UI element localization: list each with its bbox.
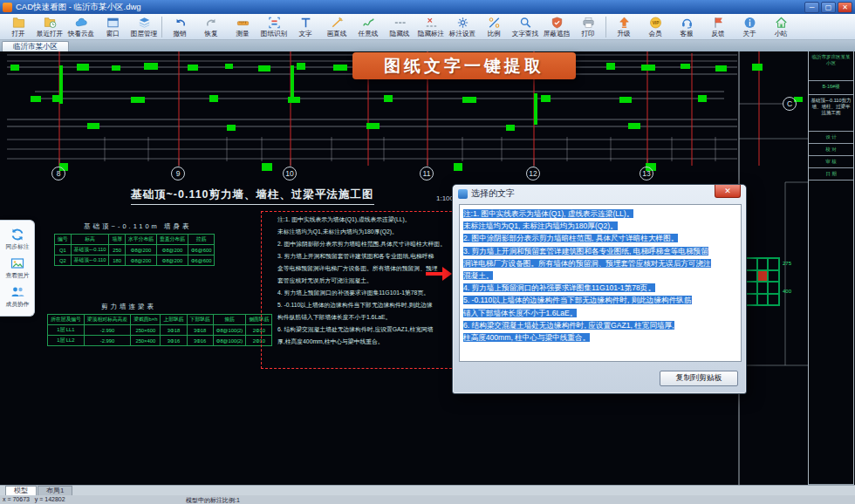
print-icon	[582, 17, 595, 30]
toolbar-recognize-button[interactable]: 图纸识别	[258, 15, 290, 39]
toolbar-scale-button[interactable]: 比例	[478, 15, 510, 39]
text-selection-box	[261, 211, 465, 369]
toolbar-recent-button[interactable]: 最近打开	[34, 15, 65, 39]
toolbar-print-button[interactable]: 打印	[572, 15, 604, 39]
table-cell: 3Φ18	[187, 325, 213, 336]
toolbar-button-label: 比例	[487, 30, 500, 37]
vip-icon: VIP	[649, 17, 662, 30]
toolbar-hidemark-button[interactable]: 隐藏标注	[415, 15, 447, 39]
table-header: 梁截面b×h	[131, 315, 161, 325]
toolbar-freeline-button[interactable]: 任意线	[352, 15, 384, 39]
selected-text-content[interactable]: 注:1. 图中实线表示为墙体(Q1), 虚线表示连梁(LL)。未标注墙均为Q1,…	[459, 204, 742, 362]
close-button[interactable]: ✕	[838, 2, 852, 13]
side-panel-photo-button[interactable]: 查看照片	[0, 254, 34, 283]
highlighted-column	[291, 65, 294, 100]
table-header: 墙厚	[109, 235, 126, 245]
highlighted-column	[462, 97, 476, 103]
selected-text-line: 未标注墙均为Q1, 未标注内墙均为180厚(Q2)。	[463, 221, 618, 230]
toolbar-station-button[interactable]: 小站	[765, 15, 797, 39]
highlighted-column	[454, 163, 462, 171]
layout-tab[interactable]: 布局1	[38, 486, 72, 495]
selected-text-line: 洞详电梯厂方设备图。所有墙体的预留洞、预埋套管应核对无误后方可浇注	[463, 259, 711, 268]
table-header: 箍筋	[213, 315, 246, 325]
highlighted-column	[144, 63, 158, 70]
selected-text-line: 注:1. 图中实线表示为墙体(Q1), 虚线表示连梁(LL)。	[463, 209, 633, 218]
titleblock-field: 日 期	[809, 168, 853, 180]
toolbar-line-button[interactable]: 画直线	[321, 15, 352, 39]
table-cell: Q1	[55, 245, 72, 255]
table-row: Q1基础顶~-0.110250Φ8@200Φ8@200Φ6@600	[55, 245, 215, 255]
photo-icon	[10, 256, 24, 270]
toolbar-window-button[interactable]: 窗口	[97, 15, 128, 39]
detail-table-cell	[757, 294, 769, 306]
toolbar-button-label: 画直线	[327, 30, 347, 37]
toolbar-open-button[interactable]: 打开	[3, 15, 34, 39]
table-cell: 1层 LL2	[48, 336, 85, 346]
line-icon	[331, 17, 344, 30]
toolbar-measure-button[interactable]: 测量	[227, 15, 258, 39]
table-cell: 250	[109, 245, 126, 255]
detail-table-cell	[768, 270, 779, 283]
detail-table-cell	[768, 294, 779, 306]
grid-bubble-c: C	[783, 97, 797, 111]
toolbar-button-label: 客服	[680, 30, 693, 37]
highlighted-column	[10, 65, 19, 71]
upgrade-icon	[618, 17, 631, 30]
table-header: 上部纵筋	[161, 315, 187, 325]
side-panel-collab-button[interactable]: 成员协作	[0, 283, 34, 311]
highlighted-column	[715, 65, 727, 72]
toolbar-button-label: 打印	[581, 30, 594, 37]
drawing-tab-label: 临沂市某小区	[13, 42, 58, 52]
grid-bubble-8: 8	[51, 167, 65, 180]
highlighted-column	[209, 95, 218, 102]
highlighted-column	[333, 65, 347, 71]
detail-table	[745, 257, 780, 306]
toolbar-separator	[161, 17, 162, 37]
selected-text-line: 3. 剪力墙上开洞和预留套管详建筑图和各专业图纸, 电梯呼梯盒等电梯预留	[463, 247, 708, 255]
table-cell: Φ8@200	[125, 245, 156, 255]
dialog-close-button[interactable]: ✕	[715, 185, 741, 198]
toolbar-marksetting-button[interactable]: 标注设置	[447, 15, 478, 39]
promo-banner: 图纸文字一键提取	[352, 52, 576, 79]
service-icon	[681, 17, 694, 30]
toolbar-cloud-button[interactable]: 快看云盘	[65, 15, 97, 39]
toolbar-feedback-button[interactable]: 反馈	[702, 15, 734, 39]
side-panel-sync-button[interactable]: 同步标注	[0, 225, 34, 254]
drawing-tab[interactable]: 临沂市某小区	[2, 41, 69, 51]
table-cell: Φ8@100(2)	[213, 336, 246, 346]
toolbar-button-label: 反馈	[711, 30, 724, 37]
toolbar-redo-button[interactable]: 恢复	[195, 15, 227, 39]
side-panel-label: 成员协作	[5, 301, 29, 309]
grid-bubble-9: 9	[171, 167, 185, 180]
titleblock-spacer	[809, 180, 853, 485]
selected-text-line: 柱高度400mm, 柱中心与梁中线重合。	[463, 333, 590, 342]
toolbar-undo-button[interactable]: 撤销	[164, 15, 195, 39]
toolbar-hideline-button[interactable]: 隐藏线	[384, 15, 415, 39]
copy-to-clipboard-button[interactable]: 复制到剪贴板	[660, 371, 738, 386]
table-cell: Φ6@600	[188, 255, 214, 266]
dialog-titlebar[interactable]: 选择的文字	[453, 185, 746, 202]
wall-table: 编号标高墙厚水平分布筋垂直分布筋拉筋Q1基础顶~-0.110250Φ8@200Φ…	[54, 234, 215, 266]
highlighted-column	[77, 64, 89, 71]
window-icon	[106, 17, 120, 30]
toolbar-shield-button[interactable]: 屏蔽遮挡	[541, 15, 572, 39]
toolbar-service-button[interactable]: 客服	[671, 15, 702, 39]
toolbar-button-label: 图纸识别	[261, 30, 287, 37]
table-header: 下部纵筋	[187, 315, 213, 325]
sync-icon	[10, 228, 24, 242]
toolbar-vip-button[interactable]: VIP会员	[640, 15, 671, 39]
station-icon	[775, 17, 788, 30]
maximize-button[interactable]: ▢	[821, 2, 836, 13]
table-cell: Φ8@200	[156, 255, 188, 266]
highlighted-column	[541, 95, 551, 102]
recent-icon	[44, 17, 57, 30]
dialog-title: 选择的文字	[471, 187, 515, 200]
toolbar-layers-button[interactable]: 图层管理	[128, 15, 160, 39]
toolbar-about-button[interactable]: 关于	[734, 15, 765, 39]
toolbar-text-button[interactable]: 文字	[290, 15, 321, 39]
toolbar-upgrade-button[interactable]: 升级	[608, 15, 640, 39]
model-tab[interactable]: 模型	[5, 486, 37, 495]
side-panel-label: 同步标注	[5, 243, 29, 251]
minimize-button[interactable]: ─	[804, 2, 819, 13]
toolbar-search-button[interactable]: 文字查找	[510, 15, 541, 39]
